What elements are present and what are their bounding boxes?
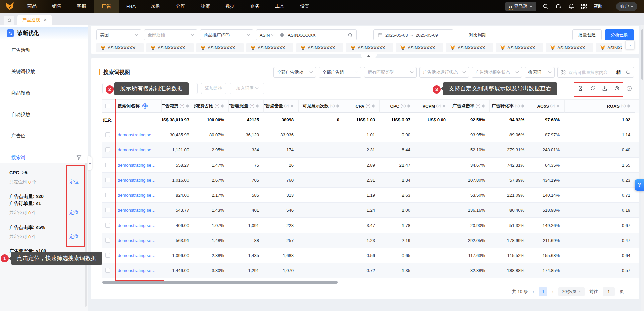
search-term-link[interactable]: demonstrating sea...	[113, 263, 162, 278]
sort-icon[interactable]	[256, 104, 259, 108]
row-checkbox[interactable]	[105, 253, 110, 258]
notification-bell-icon[interactable]	[568, 3, 574, 9]
chips-next-button[interactable]: ›	[625, 40, 635, 50]
row-checkbox[interactable]	[105, 132, 110, 137]
batch-create-button[interactable]: 批量创建	[572, 29, 602, 40]
asin-chip[interactable]: ASINXXXXXX	[196, 43, 244, 52]
row-checkbox[interactable]	[105, 238, 110, 243]
view-select-0[interactable]: 全部广告活动	[273, 67, 316, 78]
horizontal-scrollbar[interactable]	[102, 281, 338, 284]
sidebar-item-商品投放[interactable]: 商品投放	[0, 82, 88, 104]
view-select-1[interactable]: 全部广告组	[319, 67, 361, 78]
nav-item-广告[interactable]: 广告	[94, 0, 119, 13]
sort-icon[interactable]	[291, 104, 293, 108]
column-header-ACoS[interactable]: ACoS?	[529, 100, 565, 113]
search-term-link[interactable]: demonstrating sea...	[113, 142, 162, 157]
search-term-link[interactable]: demonstrating sea...	[113, 233, 162, 248]
row-checkbox[interactable]	[105, 223, 110, 228]
help-circle-icon[interactable]: ?	[626, 86, 632, 91]
search-term-link[interactable]: demonstrating sea...	[113, 173, 162, 187]
close-icon[interactable]: ✕	[43, 18, 47, 22]
nav-item-仓库[interactable]: 仓库	[168, 0, 193, 13]
search-term-link[interactable]: demonstrating sea...	[113, 203, 162, 217]
search-term-link[interactable]: demonstrating sea...	[113, 127, 162, 142]
filter-select-1[interactable]: 全部店铺	[144, 29, 197, 40]
nav-item-物流[interactable]: 物流	[193, 0, 218, 13]
translate-badge-icon[interactable]: 译	[142, 103, 148, 109]
sidebar-scrollbar[interactable]	[85, 163, 87, 307]
search-icon[interactable]	[348, 33, 353, 38]
asin-chip[interactable]: ASINXXXXXX	[446, 43, 493, 52]
batch-grid-icon[interactable]	[561, 70, 566, 75]
current-page[interactable]: 1	[539, 287, 547, 296]
prev-page-button[interactable]: ‹	[533, 289, 534, 294]
date-range-picker[interactable]: 2025-05-03 ~ 2025-05-09	[373, 29, 453, 40]
column-header-广告花费[interactable]: 广告花费?	[162, 100, 194, 113]
tab-product-insight[interactable]: 产品透视 ✕	[17, 15, 52, 25]
nav-item-财务[interactable]: 财务	[243, 0, 267, 13]
asin-chip[interactable]: ASINXXXXXX	[596, 43, 622, 52]
locate-link[interactable]: 定位	[69, 234, 79, 240]
sort-icon[interactable]	[521, 104, 524, 108]
filter-funnel-icon[interactable]	[76, 155, 82, 160]
sidebar-item-广告活动[interactable]: 广告活动	[0, 40, 88, 61]
floating-help-button[interactable]: ?	[635, 179, 644, 191]
row-checkbox[interactable]	[105, 208, 110, 212]
asin-search-input[interactable]	[287, 32, 345, 38]
next-page-button[interactable]: ›	[552, 289, 554, 294]
sort-icon[interactable]	[336, 104, 339, 108]
asin-chip[interactable]: ASINXXXXXX	[346, 43, 393, 52]
sidebar-item-广告位[interactable]: 广告位	[0, 125, 88, 147]
column-header-广告曝光量[interactable]: 广告曝光量?	[229, 100, 264, 113]
locate-link[interactable]: 定位	[69, 179, 79, 185]
nav-item-销售[interactable]: 销售	[44, 0, 69, 13]
refresh-icon[interactable]	[590, 86, 595, 91]
select-all-checkbox[interactable]	[105, 104, 110, 108]
sort-icon[interactable]	[557, 104, 559, 108]
nav-item-FBA[interactable]: FBA	[119, 0, 143, 13]
sort-icon[interactable]	[407, 104, 410, 108]
nav-item-工具[interactable]: 工具	[267, 0, 292, 13]
search-icon[interactable]	[626, 70, 631, 75]
column-header-广告点击量[interactable]: 广告点击量?	[264, 100, 299, 113]
asin-chip[interactable]: ASINXXXXXX	[296, 43, 343, 52]
home-tab-button[interactable]	[4, 16, 14, 25]
row-checkbox[interactable]	[105, 178, 110, 182]
column-header-CPA[interactable]: CPA?	[344, 100, 380, 113]
row-checkbox[interactable]	[105, 193, 110, 197]
page-size-select[interactable]: 20条/页	[558, 287, 585, 296]
column-header-广告转化率[interactable]: 广告转化率?	[490, 100, 529, 113]
goto-page-input[interactable]	[603, 287, 615, 296]
asin-chip[interactable]: ASINXXXXXX	[496, 43, 543, 52]
settings-icon[interactable]	[614, 86, 620, 91]
headset-icon[interactable]	[555, 3, 561, 9]
marketplace-switcher[interactable]: a 亚马逊	[505, 2, 536, 11]
nav-item-设置[interactable]: 设置	[292, 0, 317, 13]
sidebar-item-关键词投放[interactable]: 关键词投放	[0, 61, 88, 82]
sort-icon[interactable]	[221, 104, 224, 108]
app-grid-icon[interactable]	[581, 3, 587, 9]
view-select-2[interactable]: 所有匹配类型	[364, 67, 417, 78]
search-term-link[interactable]: demonstrating sea...	[113, 248, 162, 263]
filter-select-0[interactable]: 美国	[96, 29, 141, 40]
column-header-广告花费占比[interactable]: 广告花费占比?	[194, 100, 229, 113]
toolbar-button-2[interactable]: 添加监控	[201, 83, 226, 94]
sort-icon[interactable]	[186, 104, 189, 108]
nav-item-商品[interactable]: 商品	[19, 0, 44, 13]
nav-item-数据[interactable]: 数据	[218, 0, 243, 13]
view-select-4[interactable]: 广告活动服务状态	[472, 67, 522, 78]
column-header-CPC[interactable]: CPC?	[380, 100, 415, 113]
asin-chip[interactable]: ASINXXXXXX	[96, 43, 144, 52]
compare-period-checkbox[interactable]: 对比周期	[462, 32, 486, 38]
search-term-link[interactable]: demonstrating sea...	[113, 218, 162, 233]
term-search-input[interactable]	[568, 70, 614, 75]
page-scrollbar[interactable]	[641, 25, 644, 311]
brand-fox-logo[interactable]	[0, 2, 19, 10]
column-header-ROAS[interactable]: ROAS?	[565, 100, 635, 113]
toolbar-button-3[interactable]: 加入词库	[230, 83, 264, 94]
row-checkbox[interactable]	[105, 147, 110, 152]
sort-icon[interactable]	[627, 104, 630, 108]
row-checkbox[interactable]	[105, 163, 110, 167]
sort-icon[interactable]	[482, 104, 485, 108]
asin-chip[interactable]: ASINXXXXXX	[396, 43, 443, 52]
